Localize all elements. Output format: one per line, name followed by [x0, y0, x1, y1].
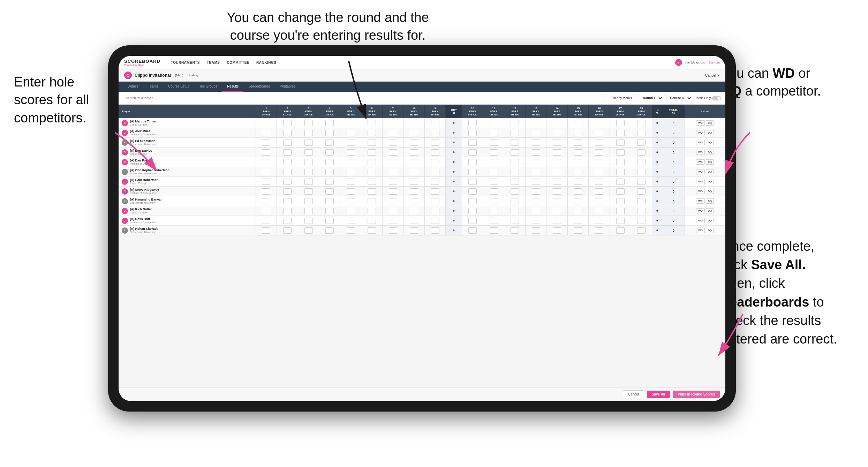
- hole-9-input[interactable]: [431, 169, 439, 175]
- hole-14-input[interactable]: [553, 149, 561, 156]
- hole-15-input[interactable]: [574, 169, 582, 175]
- search-input[interactable]: [123, 94, 604, 102]
- hole-5-input[interactable]: [347, 120, 355, 126]
- hole-3-input[interactable]: [304, 188, 313, 195]
- hole-5-input[interactable]: [347, 179, 355, 185]
- hole-6-input[interactable]: [368, 159, 376, 165]
- hole-8-input[interactable]: [410, 188, 418, 195]
- hole-16-input[interactable]: [595, 159, 603, 165]
- hole-11-input[interactable]: [490, 159, 498, 165]
- hole-14-input[interactable]: [553, 198, 561, 204]
- hole-12-input[interactable]: [511, 149, 519, 156]
- hole-8-input[interactable]: [410, 198, 418, 204]
- hole-3-input[interactable]: [304, 149, 313, 156]
- hole-8-input[interactable]: [410, 140, 418, 146]
- hole-2-input[interactable]: [283, 188, 292, 195]
- hole-16-input[interactable]: [595, 208, 603, 214]
- dq-button[interactable]: DQ: [706, 179, 714, 184]
- hole-12-input[interactable]: [511, 198, 519, 204]
- hole-4-input[interactable]: [325, 140, 334, 146]
- hole-11-input[interactable]: [490, 120, 498, 126]
- hole-1-input[interactable]: [262, 120, 270, 126]
- wd-button[interactable]: WD: [696, 189, 705, 194]
- cancel-button[interactable]: Cancel: [623, 390, 644, 398]
- dq-button[interactable]: DQ: [706, 208, 714, 213]
- hole-17-input[interactable]: [616, 208, 625, 214]
- hole-3-input[interactable]: [304, 218, 313, 224]
- hole-4-input[interactable]: [325, 130, 334, 136]
- hole-11-input[interactable]: [490, 130, 498, 136]
- hole-13-input[interactable]: [532, 130, 540, 136]
- hole-6-input[interactable]: [368, 169, 376, 175]
- hole-16-input[interactable]: [595, 218, 603, 224]
- hole-9-input[interactable]: [431, 188, 439, 195]
- hole-6-input[interactable]: [368, 130, 376, 136]
- hole-11-input[interactable]: [490, 140, 498, 146]
- hole-15-input[interactable]: [574, 227, 582, 234]
- hole-3-input[interactable]: [304, 140, 313, 146]
- hole-16-input[interactable]: [595, 227, 603, 234]
- hole-7-input[interactable]: [389, 120, 397, 126]
- hole-2-input[interactable]: [283, 140, 292, 146]
- hole-7-input[interactable]: [389, 227, 397, 234]
- tab-tee-groups[interactable]: Tee Groups: [194, 82, 222, 92]
- hole-1-input[interactable]: [262, 130, 270, 136]
- hole-12-input[interactable]: [511, 169, 519, 175]
- hole-11-input[interactable]: [490, 169, 498, 175]
- hole-4-input[interactable]: [325, 198, 334, 204]
- hole-14-input[interactable]: [553, 169, 561, 175]
- hole-4-input[interactable]: [325, 179, 334, 185]
- hole-14-input[interactable]: [553, 130, 561, 136]
- dq-button[interactable]: DQ: [706, 150, 714, 155]
- save-all-button[interactable]: Save All: [647, 391, 670, 398]
- hole-7-input[interactable]: [389, 198, 397, 204]
- hole-12-input[interactable]: [511, 159, 519, 165]
- wd-button[interactable]: WD: [696, 228, 705, 233]
- hole-12-input[interactable]: [511, 188, 519, 195]
- hole-11-input[interactable]: [490, 149, 498, 156]
- dq-button[interactable]: DQ: [706, 228, 714, 233]
- dq-button[interactable]: DQ: [706, 169, 714, 174]
- tab-details[interactable]: Details: [123, 82, 143, 92]
- hole-6-input[interactable]: [368, 188, 376, 195]
- nav-tournaments[interactable]: TOURNAMENTS: [171, 61, 200, 65]
- hole-16-input[interactable]: [595, 120, 603, 126]
- dq-button[interactable]: DQ: [706, 218, 714, 223]
- hole-2-input[interactable]: [283, 218, 292, 224]
- hole-12-input[interactable]: [511, 130, 519, 136]
- hole-5-input[interactable]: [347, 149, 355, 156]
- hole-6-input[interactable]: [368, 208, 376, 214]
- hole-9-input[interactable]: [431, 218, 439, 224]
- hole-16-input[interactable]: [595, 179, 603, 185]
- hole-10-input[interactable]: [468, 159, 477, 165]
- hole-9-input[interactable]: [431, 208, 439, 214]
- hole-11-input[interactable]: [490, 198, 498, 204]
- hole-10-input[interactable]: [468, 140, 477, 146]
- hole-18-input[interactable]: [637, 198, 646, 204]
- dq-button[interactable]: DQ: [706, 140, 714, 145]
- hole-17-input[interactable]: [616, 198, 625, 204]
- hole-12-input[interactable]: [511, 140, 519, 146]
- hole-18-input[interactable]: [637, 169, 646, 175]
- hole-12-input[interactable]: [511, 227, 519, 234]
- hole-8-input[interactable]: [410, 179, 418, 185]
- hole-15-input[interactable]: [574, 208, 582, 214]
- hole-8-input[interactable]: [410, 218, 418, 224]
- wd-button[interactable]: WD: [696, 169, 705, 174]
- wd-button[interactable]: WD: [696, 130, 705, 135]
- hole-9-input[interactable]: [431, 140, 439, 146]
- hole-14-input[interactable]: [553, 227, 561, 234]
- hole-16-input[interactable]: [595, 169, 603, 175]
- hole-9-input[interactable]: [431, 179, 439, 185]
- hole-13-input[interactable]: [532, 227, 540, 234]
- hole-17-input[interactable]: [616, 120, 625, 126]
- hole-5-input[interactable]: [347, 198, 355, 204]
- hole-9-input[interactable]: [431, 120, 439, 126]
- hole-3-input[interactable]: [304, 227, 313, 234]
- hole-13-input[interactable]: [532, 159, 540, 165]
- hole-3-input[interactable]: [304, 198, 313, 204]
- scorecard-wrapper[interactable]: Player 1PAR 4340 YDS 2PAR 5511 YDS 3PAR …: [119, 105, 725, 387]
- nav-committee[interactable]: COMMITTEE: [227, 61, 250, 65]
- hole-1-input[interactable]: [262, 218, 270, 224]
- hole-10-input[interactable]: [468, 198, 477, 204]
